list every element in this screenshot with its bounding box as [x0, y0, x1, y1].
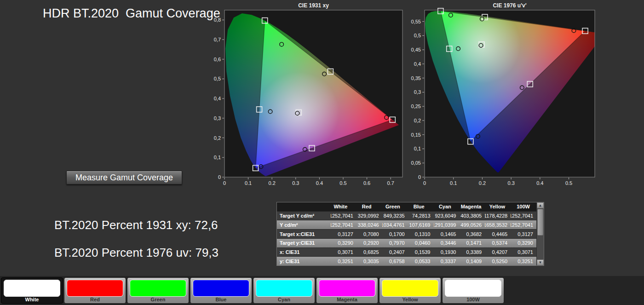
table-cell: 0,5374 — [485, 239, 511, 247]
column-header: 100W — [510, 202, 536, 211]
table-cell: 0,4207 — [485, 248, 511, 257]
scrollbar-up-icon[interactable]: ▲ — [537, 202, 544, 208]
column-header: White — [328, 202, 354, 211]
y-axis-tick-label: 0,3 — [214, 115, 221, 121]
pattern-tile-yellow[interactable]: Yellow — [379, 277, 441, 304]
x-axis-tick-label: 0,3 — [507, 180, 514, 185]
row-label: y: CIE31 — [277, 257, 331, 265]
column-header: Cyan — [432, 202, 458, 211]
pattern-tile-label: Green — [127, 297, 189, 302]
pattern-tile-label: Yellow — [380, 297, 441, 302]
x-axis-tick-label: 0 — [423, 180, 426, 185]
table-cell: 0,3035 — [356, 257, 382, 265]
table-cell: 0,1409 — [459, 257, 485, 265]
color-swatch — [319, 280, 375, 297]
pattern-tile-cyan[interactable]: Cyan — [253, 277, 315, 304]
row-label: Target x:CIE31 — [277, 230, 331, 238]
table-cell: 0,3071 — [511, 248, 536, 257]
table-cell: 0,3389 — [459, 248, 485, 257]
color-swatch — [256, 280, 312, 297]
app-window: HDR BT.2020 Gamut Coverage 00,10,20,30,4… — [0, 0, 644, 305]
pattern-tile-label: Red — [64, 297, 126, 302]
pattern-tile-label: White — [1, 297, 63, 302]
chart-title: CIE 1931 xy — [298, 2, 329, 9]
table-row: Target Y cd/m²1252,7041329,0992849,32357… — [277, 212, 536, 221]
table-cell: 1034,4761 — [382, 220, 408, 229]
chart-title: CIE 1976 u'v' — [493, 2, 526, 9]
y-axis-tick-label: 0,4 — [414, 61, 421, 67]
y-axis-tick-label: 0 — [218, 174, 221, 180]
column-header: Blue — [406, 202, 432, 211]
table-cell: 1252,7041 — [331, 212, 356, 220]
column-header: Red — [354, 202, 380, 211]
table-cell: 0,6825 — [356, 248, 382, 257]
table-cell: 0,4465 — [485, 230, 511, 238]
scrollbar-down-icon[interactable]: ▼ — [537, 259, 544, 265]
table-cell: 499,0526 — [459, 220, 485, 229]
table-cell: 0,6758 — [382, 257, 408, 265]
measurement-table-grid: WhiteRedGreenBlueCyanMagentaYellow100WTa… — [277, 202, 536, 265]
scrollbar-track[interactable] — [537, 236, 544, 259]
table-row: Target x:CIE310,31270,70800,17000,13100,… — [277, 230, 536, 239]
y-axis-tick-label: 0,1 — [414, 146, 421, 151]
scrollbar-thumb[interactable] — [537, 209, 543, 236]
table-cell: 0,0533 — [408, 257, 434, 265]
y-axis-tick-label: 0,5 — [214, 76, 221, 81]
x-axis-tick-label: 0,7 — [387, 180, 394, 185]
pattern-tile-red[interactable]: Red — [64, 277, 126, 304]
y-axis-tick-label: 0,15 — [411, 132, 421, 138]
color-swatch — [67, 280, 123, 297]
table-cell: 0,7970 — [382, 239, 408, 247]
table-cell: 1252,7041 — [511, 212, 536, 220]
cie-1976-chart: 00,10,20,30,40,500,050,10,150,20,250,30,… — [405, 2, 603, 185]
pattern-tile-magenta[interactable]: Magenta — [316, 277, 378, 304]
y-axis-tick-label: 0 — [418, 174, 421, 180]
pattern-tile-100w[interactable]: 100W — [442, 277, 504, 304]
pattern-bar: WhiteRedGreenBlueCyanMagentaYellow100W ▲… — [0, 276, 644, 305]
y-axis-tick-label: 0,1 — [214, 155, 221, 160]
table-cell: 0,3127 — [511, 230, 536, 238]
pattern-tile-green[interactable]: Green — [127, 277, 189, 304]
table-row: y: CIE310,32510,30350,67580,05330,33370,… — [277, 257, 536, 265]
table-cell: 0,3290 — [511, 239, 536, 247]
x-axis-tick-label: 0,1 — [245, 180, 252, 185]
row-label: Target y:CIE31 — [277, 239, 331, 247]
table-cell: 0,3251 — [331, 257, 356, 265]
page-title: HDR BT.2020 Gamut Coverage — [43, 6, 220, 21]
y-axis-tick-label: 0,5 — [414, 33, 421, 38]
column-header: Magenta — [458, 202, 484, 211]
measure-gamut-coverage-button[interactable]: Measure Gamut Coverage — [66, 171, 182, 184]
color-swatch — [193, 280, 249, 297]
table-cell: 0,1465 — [434, 230, 460, 238]
y-axis-tick-label: 0,6 — [214, 57, 221, 62]
table-cell: 0,3290 — [331, 239, 356, 247]
x-axis-tick-label: 0,4 — [536, 180, 543, 185]
table-scrollbar[interactable]: ▲ ▼ — [536, 202, 544, 265]
table-cell: 0,3446 — [434, 239, 460, 247]
color-swatch — [130, 280, 186, 297]
table-cell: 74,2813 — [408, 212, 434, 220]
y-axis-tick-label: 0,4 — [214, 96, 221, 101]
pattern-tile-white[interactable]: White — [1, 277, 63, 304]
table-cell: 0,3071 — [331, 248, 356, 257]
table-cell: 1291,0399 — [434, 220, 460, 229]
column-header: Yellow — [484, 202, 511, 211]
pattern-tile-label: 100W — [443, 297, 504, 302]
table-cell: 338,0246 — [356, 220, 382, 229]
table-cell: 0,3251 — [511, 257, 536, 265]
pattern-tile-label: Magenta — [316, 297, 378, 302]
table-cell: 0,1539 — [408, 248, 434, 257]
color-swatch — [382, 280, 438, 297]
x-axis-tick-label: 0,6 — [363, 180, 370, 185]
table-row: Target y:CIE310,32900,29200,79700,04600,… — [277, 239, 536, 248]
table-row: x: CIE310,30710,68250,24070,15390,19300,… — [277, 248, 536, 257]
x-axis-tick-label: 0,4 — [316, 180, 323, 185]
table-cell: 0,7080 — [356, 230, 382, 238]
x-axis-tick-label: 0 — [223, 180, 226, 185]
pattern-tile-blue[interactable]: Blue — [190, 277, 252, 304]
table-corner-cell — [277, 202, 328, 211]
table-cell: 403,3805 — [459, 212, 485, 220]
pattern-tile-label: Cyan — [253, 297, 315, 302]
y-axis-tick-label: 0,45 — [411, 47, 421, 52]
y-axis-tick-label: 0,35 — [411, 75, 421, 81]
